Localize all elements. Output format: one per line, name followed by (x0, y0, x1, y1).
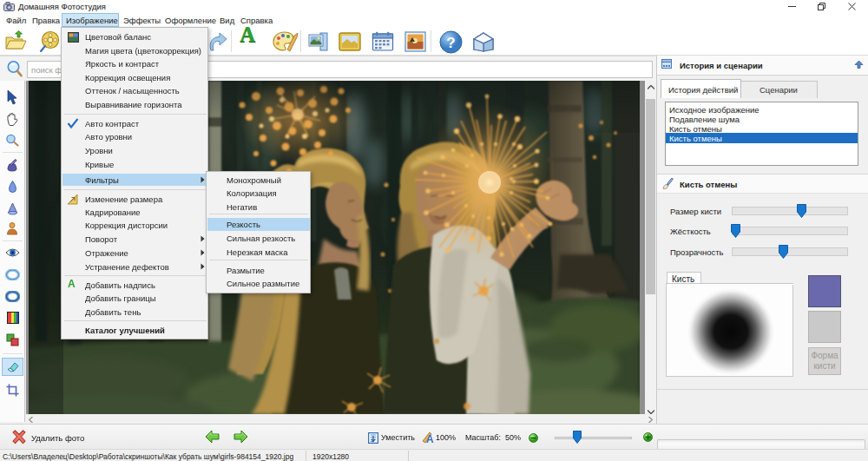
svg-text:?: ? (446, 35, 455, 51)
svg-text:A: A (426, 433, 434, 444)
